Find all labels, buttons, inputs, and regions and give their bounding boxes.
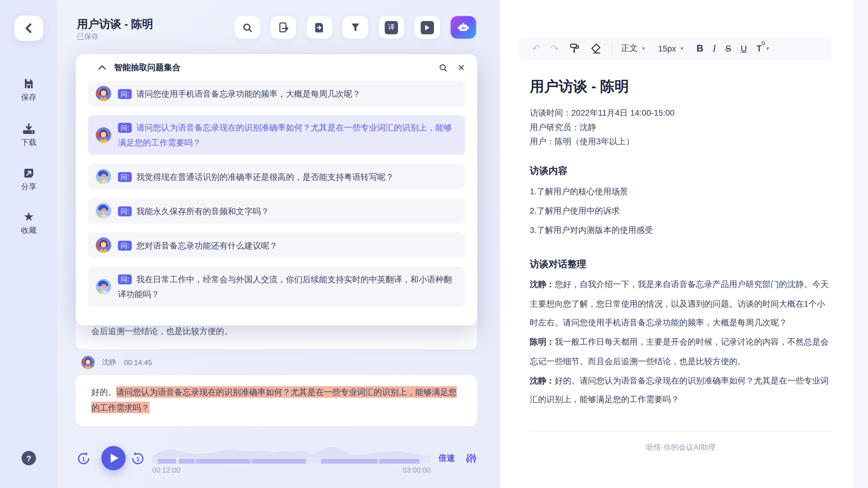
progress-segment (196, 459, 250, 464)
progress-segment (179, 459, 195, 464)
text-spacing-select[interactable]: T ▼ (756, 43, 770, 53)
document-editor[interactable]: 用户访谈 - 陈明 访谈时间：2022年11月4日 14:00-15:00用户研… (530, 76, 832, 452)
export-transcript-button[interactable] (271, 16, 296, 38)
translate-button[interactable]: 译 (378, 16, 404, 38)
avatar-woman (82, 356, 95, 369)
transcript-text: 好的。请问您认为语音备忘录现在的识别准确率如何？尤其是在一些专业词汇的识别上，能… (76, 375, 477, 425)
question-item[interactable]: 问:我觉得现在普通话识别的准确率还是很高的，是否能支持粤语转写呢？ (88, 164, 465, 189)
audio-settings-button[interactable] (466, 453, 477, 466)
speaker-timestamp[interactable]: 00:14:45 (124, 358, 152, 367)
content-list-item: 1.了解用户的核心使用场景 (530, 181, 832, 201)
sidebar-item-favorite[interactable]: ★ 收藏 (0, 211, 58, 236)
ai-assistant-button[interactable]: AI (451, 16, 476, 38)
italic-button[interactable]: I (713, 43, 716, 54)
question-text: 问:请问您认为语音备忘录现在的识别准确率如何？尤其是在一些专业词汇的识别上，能够… (118, 120, 457, 150)
redo-button[interactable]: ↷ (550, 43, 559, 54)
video-button[interactable] (415, 16, 440, 38)
bold-button[interactable]: B (696, 43, 704, 54)
app-root: 保存 下载 分享 ★ 收藏 ? 用户访谈 - 陈明 (0, 0, 868, 488)
document-meta: 访谈时间：2022年11月4日 14:00-15:00用户研究员：沈静用户：陈明… (530, 106, 832, 149)
panel-close-button[interactable]: ✕ (458, 62, 465, 73)
play-icon (110, 453, 119, 463)
help-button[interactable]: ? (22, 451, 36, 465)
ai-robot-icon: AI (457, 21, 470, 34)
document-title: 用户访谈 - 陈明 (530, 76, 832, 96)
eraser-icon (590, 42, 601, 54)
main-area: 用户访谈 - 陈明 已保存 (58, 0, 500, 488)
mark-button[interactable] (307, 16, 332, 38)
playback-speed-button[interactable]: 倍速 (438, 453, 455, 464)
filter-button[interactable] (343, 16, 368, 38)
question-item[interactable]: 问:请问您使用手机语音备忘录功能的频率，大概是每周几次呢？ (88, 81, 465, 106)
dialog-paragraph: 陈明：我一般工作日每天都用，主要是开会的时候，记录讨论的内容，不然总是会忘记一些… (530, 332, 832, 371)
audio-player: 1 1 00:12: (58, 441, 500, 479)
editor-toolbar: ↶ ↷ 正文 ▼ 15px ▼ (519, 37, 832, 60)
document-divider (530, 431, 832, 432)
sidebar-item-save[interactable]: 保存 (0, 77, 58, 102)
app-signature: 听悟·你的会议AI助理 (530, 443, 832, 452)
smart-questions-panel: 智能抽取问题集合 ✕ 问:请问您使用手机语音备忘录功能的频率，大概是每周几次呢？… (76, 54, 477, 325)
chevron-down-icon: ▼ (641, 46, 646, 51)
waveform[interactable] (152, 447, 431, 458)
video-play-icon (421, 21, 434, 34)
waveform-shape (152, 447, 431, 458)
question-item[interactable]: 问:我能永久保存所有的音频和文字吗？ (88, 198, 465, 224)
collapse-button[interactable] (98, 65, 106, 70)
paragraph-style-select[interactable]: 正文 ▼ (621, 43, 646, 54)
meta-line: 访谈时间：2022年11月4日 14:00-15:00 (530, 106, 832, 120)
share-icon (23, 167, 35, 179)
sidebar-item-label: 下载 (0, 138, 58, 148)
panel-header: 智能抽取问题集合 ✕ (76, 54, 477, 81)
forward-button[interactable]: 1 (130, 451, 146, 469)
dialog-text: 好的。请问您认为语音备忘录现在的识别准确率如何？尤其是在一些专业词汇的识别上，能… (530, 375, 829, 404)
svg-text:AI: AI (461, 26, 465, 30)
avatar-man (96, 203, 111, 218)
rewind-button[interactable]: 1 (76, 451, 91, 469)
chevron-down-icon: ▼ (765, 46, 770, 51)
question-badge: 问: (118, 172, 132, 182)
sidebar-item-label: 保存 (0, 93, 58, 102)
transcript-card-current[interactable]: 好的。请问您认为语音备忘录现在的识别准确率如何？尤其是在一些专业词汇的识别上，能… (76, 375, 477, 426)
progress-bar[interactable] (152, 459, 431, 464)
chevron-left-icon (24, 22, 34, 34)
search-button[interactable] (235, 16, 260, 38)
question-item[interactable]: 问:您对语音备忘录功能还有什么建议呢？ (88, 232, 465, 258)
highlighted-text: 请问您认为语音备忘录现在的识别准确率如何？尤其是在一些专业词汇的识别上，能够满足… (91, 386, 457, 413)
speaker-name: 沈静 (102, 358, 116, 367)
strikethrough-button[interactable]: S (725, 43, 731, 53)
panel-title: 智能抽取问题集合 (114, 62, 428, 73)
question-text: 问:请问您使用手机语音备忘录功能的频率，大概是每周几次呢？ (118, 86, 361, 101)
equalizer-icon (466, 453, 477, 464)
undo-button[interactable]: ↶ (532, 43, 541, 54)
download-icon (22, 123, 35, 135)
question-list: 问:请问您使用手机语音备忘录功能的频率，大概是每周几次呢？ 问:请问您认为语音备… (76, 81, 477, 306)
sidebar-item-download[interactable]: 下载 (0, 123, 58, 148)
content-list-item: 3.了解用户对内测版本的使用感受 (530, 220, 832, 239)
total-time: 03:00:00 (320, 466, 431, 475)
question-text: 问:您对语音备忘录功能还有什么建议呢？ (118, 238, 278, 253)
svg-text:1: 1 (82, 456, 85, 462)
question-badge: 问: (118, 89, 132, 99)
filter-icon (350, 22, 361, 33)
font-size-select[interactable]: 15px ▼ (658, 44, 684, 53)
dialog-paragraphs: 沈静：您好，自我介绍一下，我是来自语音备忘录产品用户研究部门的沈静。今天主要想向… (530, 275, 832, 410)
clear-format-button[interactable] (590, 42, 601, 54)
panel-search-button[interactable] (438, 63, 447, 72)
dialog-speaker: 沈静： (530, 375, 555, 385)
export-doc-icon (277, 22, 289, 33)
question-item[interactable]: 问:请问您认为语音备忘录现在的识别准确率如何？尤其是在一些专业词汇的识别上，能够… (88, 115, 465, 155)
back-button[interactable] (14, 15, 43, 41)
meta-line: 用户：陈明（使用3年以上） (530, 134, 832, 149)
search-icon (438, 63, 447, 72)
avatar-man (96, 279, 111, 294)
play-button[interactable] (101, 446, 126, 470)
notes-panel: ↶ ↷ 正文 ▼ 15px ▼ (500, 0, 852, 488)
underline-button[interactable]: U (741, 43, 747, 53)
format-paint-button[interactable] (568, 42, 580, 54)
sidebar: 保存 下载 分享 ★ 收藏 ? (0, 0, 58, 488)
question-item[interactable]: 问:我在日常工作中，经常会与外国人交流，你们后续能支持实时的中英翻译，和小语种翻… (88, 267, 465, 306)
save-status: 已保存 (77, 32, 98, 41)
sidebar-item-share[interactable]: 分享 (0, 167, 58, 192)
toolbar-divider (612, 43, 612, 54)
progress-segment (379, 459, 420, 464)
